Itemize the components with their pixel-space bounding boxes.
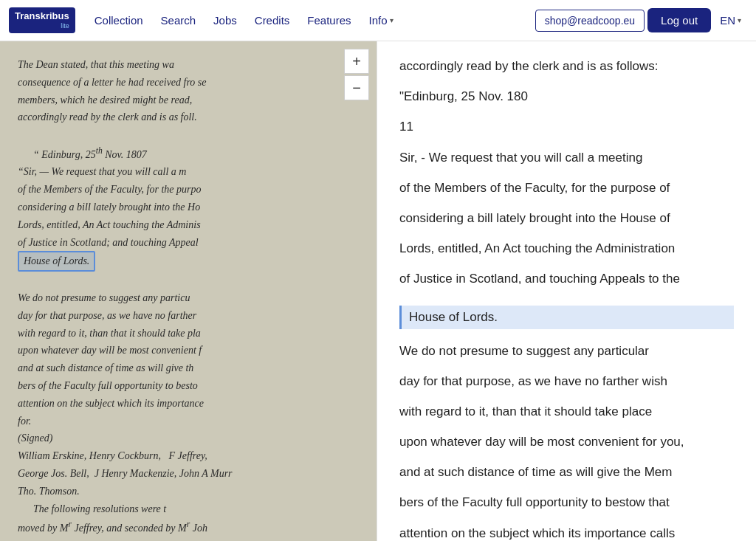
logo-lite: lite	[15, 22, 69, 30]
transcript-spacer	[399, 294, 734, 300]
nav-info-label: Info	[369, 14, 388, 27]
lang-label: EN	[720, 14, 735, 27]
transcript-line: and at such distance of time as will giv…	[399, 462, 734, 482]
zoom-in-button[interactable]: +	[344, 49, 369, 74]
manuscript-image: The Dean stated, that this meeting wa co…	[0, 41, 377, 541]
transcript-spacer	[399, 335, 734, 341]
transcript-line: of the Members of the Faculty, for the p…	[399, 178, 734, 198]
logo-text: Transkribus	[15, 10, 69, 21]
transcript-line: accordingly read by the clerk and is as …	[399, 56, 734, 76]
nav-credits[interactable]: Credits	[247, 10, 298, 31]
transcript-spacer	[399, 263, 734, 269]
transcript-line: bers of the Faculty full opportunity to …	[399, 492, 734, 512]
nav-jobs[interactable]: Jobs	[206, 10, 244, 31]
nav-features[interactable]: Features	[300, 10, 358, 31]
transcript-spacer	[399, 486, 734, 492]
transcript-spacer	[399, 202, 734, 208]
nav-language[interactable]: EN ▾	[714, 10, 747, 31]
transcript-spacer	[399, 396, 734, 402]
logo[interactable]: Transkribus lite	[9, 7, 75, 32]
transcript-line: of Justice in Scotland, and touching App…	[399, 269, 734, 289]
transcript-spacer	[399, 172, 734, 178]
transcript-line: 11	[399, 117, 734, 137]
nav-collection[interactable]: Collection	[87, 10, 151, 31]
navbar: Transkribus lite Collection Search Jobs …	[0, 0, 756, 41]
transcript-highlighted-line: House of Lords.	[399, 306, 734, 329]
chevron-down-icon: ▾	[390, 16, 394, 24]
transcript-spacer	[399, 111, 734, 117]
transcript-spacer	[399, 456, 734, 462]
transcript-spacer	[399, 80, 734, 86]
nav-info-dropdown[interactable]: Info ▾	[362, 10, 401, 31]
transcript-spacer	[399, 365, 734, 371]
transcript-spacer	[399, 426, 734, 432]
transcript-line: Sir, - We request that you will call a m…	[399, 148, 734, 168]
transcript-line: attention on the subject which its impor…	[399, 523, 734, 541]
right-panel[interactable]: accordingly read by the clerk and is as …	[377, 41, 756, 541]
transcript-line: "Edinburg, 25 Nov. 180	[399, 86, 734, 106]
transcript-line: considering a bill lately brought into t…	[399, 208, 734, 228]
transcript-line: with regard to it, than that it should t…	[399, 402, 734, 421]
zoom-controls: + −	[344, 49, 369, 100]
zoom-out-button[interactable]: −	[344, 75, 369, 100]
left-panel: The Dean stated, that this meeting wa co…	[0, 41, 377, 541]
transcript-spacer	[399, 517, 734, 523]
transcript-line: Lords, entitled, An Act touching the Adm…	[399, 238, 734, 258]
nav-email[interactable]: shop@readcoop.eu	[535, 10, 645, 32]
transcript-line: day for that purpose, as we have no fart…	[399, 371, 734, 391]
transcript-line: upon whatever day will be most convenien…	[399, 432, 734, 452]
logout-button[interactable]: Log out	[647, 8, 711, 32]
transcript-spacer	[399, 232, 734, 238]
main-layout: The Dean stated, that this meeting wa co…	[0, 41, 756, 541]
manuscript-text-overlay: The Dean stated, that this meeting wa co…	[0, 41, 377, 541]
nav-search[interactable]: Search	[154, 10, 204, 31]
transcript-spacer	[399, 142, 734, 148]
lang-chevron-icon: ▾	[738, 16, 741, 24]
transcript-line: We do not presume to suggest any particu…	[399, 341, 734, 361]
